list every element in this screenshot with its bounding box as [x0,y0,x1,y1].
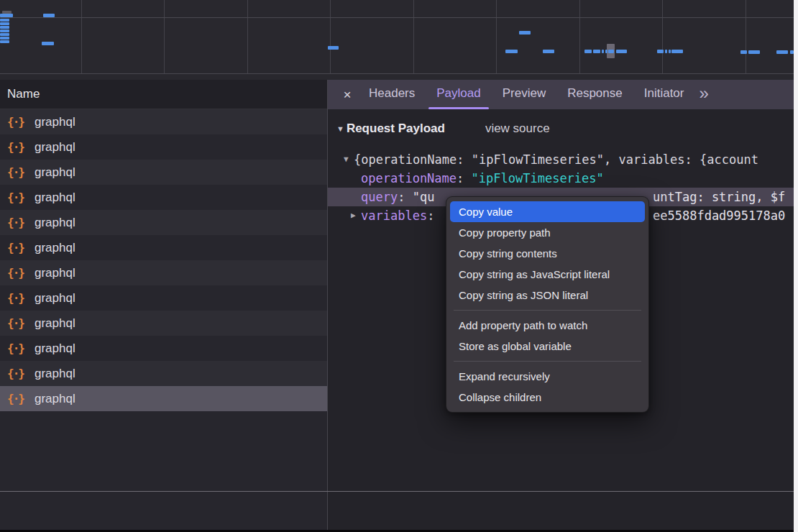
request-name: graphql [35,367,75,381]
menu-item-copy-value[interactable]: Copy value [450,201,645,222]
table-row[interactable]: {·}graphql [0,235,327,260]
tab-response[interactable]: Response [556,80,633,109]
json-braces-icon: {·} [7,291,26,305]
property-value-string [464,171,471,185]
section-title: Request Payload [347,121,445,136]
timeline-request-bar [43,14,55,17]
timeline-request-bar [657,50,664,53]
table-row[interactable]: {·}graphql [0,386,327,411]
menu-item-copy-string-contents[interactable]: Copy string contents [450,243,645,264]
json-braces-icon: {·} [7,367,26,380]
menu-item-expand-recursively[interactable]: Expand recursively [450,366,645,387]
close-icon[interactable]: × [336,80,358,109]
object-preview: {operationName: "ipFlowTimeseries", vari… [354,150,758,169]
table-row[interactable]: {·}graphql [0,336,327,361]
view-source-link[interactable]: view source [485,121,550,136]
tab-preview[interactable]: Preview [492,80,556,109]
tab-payload[interactable]: Payload [426,80,491,109]
tab-headers[interactable]: Headers [358,80,426,109]
request-name: graphql [35,291,75,306]
context-menu: Copy valueCopy property pathCopy string … [446,196,649,413]
timeline-request-bar [748,50,760,54]
table-row[interactable]: {·}graphql [0,361,327,386]
timeline-request-bar [776,50,788,54]
table-row[interactable]: {·}graphql [0,260,327,285]
property-key: query [361,190,405,204]
timeline-gridline [496,0,497,74]
timeline-gridline [662,0,663,74]
menu-item-add-property-path-to-watch[interactable]: Add property path to watch [450,315,645,336]
timeline-request-bar [0,19,9,22]
json-braces-icon: {·} [7,241,26,254]
request-name: graphql [35,341,75,356]
detail-tab-bar: × HeadersPayloadPreviewResponseInitiator… [328,80,794,109]
disclosure-triangle-icon[interactable]: ▼ [344,150,349,169]
table-row[interactable]: {·}graphql [0,285,327,311]
name-column-header[interactable]: Name [0,80,327,109]
json-braces-icon: {·} [7,392,26,405]
property-value-string: "qu [413,190,435,204]
menu-item-copy-property-path[interactable]: Copy property path [450,222,645,243]
table-row[interactable]: {·}graphql [0,160,327,185]
request-name: graphql [35,140,75,155]
timeline-request-bar [42,42,54,45]
menu-separator [454,361,641,362]
timeline-request-bar [543,50,554,53]
timeline-gridline [330,0,331,74]
request-name: graphql [35,266,75,280]
request-name: graphql [35,115,75,129]
json-braces-icon: {·} [7,165,26,179]
property-entry: query "qu [361,188,434,206]
table-row[interactable]: {·}graphql [0,185,327,210]
timeline-request-bar [616,50,627,53]
request-payload-section-header[interactable]: ▼ Request Payload view source [336,119,550,139]
timeline-lane-divider [0,17,794,18]
tree-row-operationname[interactable]: operationName "ipFlowTimeseries" [328,169,794,188]
timeline-request-bar [669,50,671,53]
timeline-request-bar [0,22,9,25]
timeline-request-bar [0,29,9,32]
menu-item-copy-string-as-javascript-literal[interactable]: Copy string as JavaScript literal [450,264,645,285]
menu-separator [454,310,641,311]
page-background-edge [794,0,798,532]
timeline-request-bar [0,40,9,43]
json-braces-icon: {·} [7,140,26,154]
request-name: graphql [35,392,75,406]
request-list: {·}graphql{·}graphql{·}graphql{·}graphql… [0,109,327,411]
json-braces-icon: {·} [7,191,26,204]
menu-item-copy-string-as-json-literal[interactable]: Copy string as JSON literal [450,285,645,306]
timeline-request-bar [593,50,600,53]
timeline-request-bar [519,31,531,35]
property-key: operationName [361,171,464,185]
more-tabs-icon[interactable]: » [699,80,707,109]
table-row[interactable]: {·}graphql [0,311,327,336]
timeline-gridline [164,0,165,74]
timeline-gridline [81,0,82,74]
timeline-request-bar [505,50,518,53]
timeline-request-bar [328,46,339,50]
tab-initiator[interactable]: Initiator [633,80,695,109]
log-bottom-divider [0,491,794,492]
table-row[interactable]: {·}graphql [0,210,327,235]
timeline-request-bar [605,50,607,53]
menu-item-store-as-global-variable[interactable]: Store as global variable [450,336,645,357]
request-name: graphql [35,241,75,255]
tree-row-root[interactable]: ▼ {operationName: "ipFlowTimeseries", va… [328,150,794,169]
menu-item-collapse-children[interactable]: Collapse children [450,387,645,408]
table-row[interactable]: {·}graphql [0,134,327,160]
timeline-request-bar [0,33,9,36]
timeline-request-bar [671,50,683,53]
timeline-gridline [247,0,248,74]
property-value-string: "ipFlowTimeseries" [472,171,604,185]
timeline-request-bar [602,50,604,53]
timeline-request-bar [665,50,667,53]
network-overview-timeline[interactable] [0,0,794,80]
json-braces-icon: {·} [7,316,26,330]
disclosure-triangle-icon[interactable]: ▼ [336,124,344,133]
json-braces-icon: {·} [7,341,26,355]
request-name: graphql [35,191,75,205]
property-value-string-fragment: ee5588fdad995178a0 [653,206,785,225]
disclosure-triangle-icon[interactable]: ▶ [351,206,356,225]
table-row[interactable]: {·}graphql [0,109,327,134]
timeline-gridline [579,0,580,74]
